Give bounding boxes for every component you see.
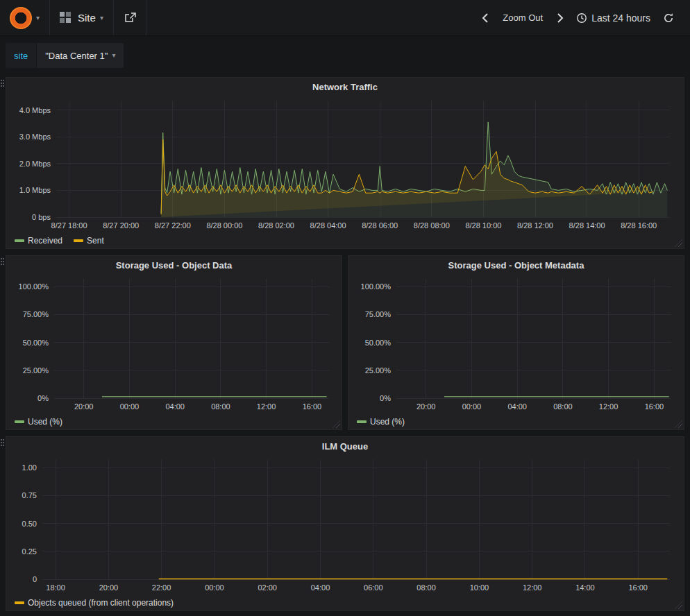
- y-axis-tick-label: 0%: [380, 394, 391, 402]
- time-shift-back-button[interactable]: [476, 0, 495, 36]
- x-axis-tick-label: 12:00: [256, 402, 276, 411]
- share-dashboard-button[interactable]: [114, 0, 146, 35]
- legend-series-label[interactable]: Sent: [87, 236, 104, 246]
- dashboard-submenu: site "Data Center 1" ▾: [0, 36, 690, 74]
- x-axis-tick-label: 22:00: [152, 583, 171, 592]
- variable-value-text: "Data Center 1": [45, 51, 108, 61]
- row-drag-handle[interactable]: [1, 439, 2, 440]
- x-axis-tick-label: 00:00: [119, 402, 139, 411]
- legend-series-label[interactable]: Objects queued (from client operations): [28, 598, 174, 608]
- x-axis-tick-label: 8/28 10:00: [465, 221, 501, 230]
- variable-name-label: site: [6, 43, 36, 68]
- x-axis-tick-label: 02:00: [258, 583, 277, 592]
- template-variable: site "Data Center 1" ▾: [6, 43, 124, 68]
- x-axis-tick-label: 16:00: [302, 402, 321, 411]
- x-axis-tick-label: 8/28 14:00: [569, 221, 605, 230]
- grafana-logo-icon: [10, 7, 32, 29]
- share-icon: [124, 12, 136, 24]
- panel-storage-object-data: Storage Used - Object Data 20:0000:0004:…: [6, 255, 342, 430]
- x-axis-tick-label: 20:00: [416, 402, 435, 411]
- caret-down-icon: ▾: [36, 15, 40, 22]
- legend-series-label[interactable]: Received: [28, 236, 62, 246]
- panel-network-traffic: Network Traffic 8/27 18:008/27 20:008/27…: [6, 77, 684, 249]
- time-range-picker-button[interactable]: Last 24 hours: [570, 0, 657, 36]
- x-axis-tick-label: 04:00: [165, 402, 185, 411]
- legend-series-label[interactable]: Used (%): [28, 417, 62, 427]
- refresh-button[interactable]: [657, 0, 680, 36]
- panel-title[interactable]: Storage Used - Object Metadata: [348, 256, 684, 275]
- dashboard-row: Network Traffic 8/27 18:008/27 20:008/27…: [6, 77, 684, 249]
- x-axis-tick-label: 16:00: [628, 583, 648, 592]
- x-axis-tick-label: 8/27 20:00: [103, 221, 139, 230]
- legend-swatch-icon: [15, 239, 24, 242]
- y-axis-tick-label: 50.00%: [364, 339, 391, 347]
- y-axis-tick-label: 75.00%: [22, 310, 49, 318]
- y-axis-tick-label: 1.0 Mbps: [19, 186, 51, 194]
- legend-item: Used (%): [357, 417, 405, 427]
- dashboard-row: Storage Used - Object Data 20:0000:0004:…: [6, 255, 684, 430]
- caret-down-icon: ▾: [100, 15, 103, 22]
- panel-ilm-queue: ILM Queue 18:0020:0022:0000:0002:0004:00…: [6, 436, 684, 611]
- y-axis-tick-label: 1.00: [22, 463, 37, 472]
- x-axis-tick-label: 8/28 06:00: [362, 221, 398, 230]
- x-axis-tick-label: 8/28 16:00: [621, 221, 657, 230]
- x-axis-tick-label: 8/28 02:00: [258, 221, 294, 230]
- x-axis-tick-label: 08:00: [416, 583, 436, 592]
- legend: Used (%): [6, 413, 342, 429]
- x-axis-tick-label: 06:00: [364, 583, 383, 592]
- storage-object-data-chart[interactable]: 20:0000:0004:0008:0012:0016:000%25.00%50…: [10, 275, 339, 413]
- y-axis-tick-label: 25.00%: [364, 366, 391, 375]
- x-axis-tick-label: 8/27 22:00: [155, 221, 191, 230]
- legend-series-label[interactable]: Used (%): [370, 417, 405, 427]
- x-axis-tick-label: 12:00: [523, 583, 542, 592]
- row-drag-handle[interactable]: [1, 258, 2, 259]
- x-axis-tick-label: 8/28 08:00: [414, 221, 450, 230]
- time-shift-forward-button[interactable]: [550, 0, 570, 36]
- x-axis-tick-label: 16:00: [644, 402, 664, 411]
- y-axis-tick-label: 0%: [37, 394, 49, 402]
- legend-item: Objects queued (from client operations): [15, 598, 174, 608]
- x-axis-tick-label: 12:00: [598, 402, 618, 411]
- panel-title[interactable]: Network Traffic: [6, 78, 684, 96]
- y-axis-tick-label: 0: [33, 575, 37, 583]
- legend-swatch-icon: [15, 420, 24, 423]
- top-navbar: ▾ Site ▾ Zoom Out: [0, 0, 690, 36]
- legend-item: Used (%): [15, 417, 62, 427]
- x-axis-tick-label: 20:00: [99, 583, 119, 592]
- storage-object-metadata-chart[interactable]: 20:0000:0004:0008:0012:0016:000%25.00%50…: [352, 275, 681, 413]
- y-axis-tick-label: 100.00%: [360, 282, 391, 291]
- x-axis-tick-label: 08:00: [211, 402, 230, 411]
- x-axis-tick-label: 00:00: [462, 402, 481, 411]
- row-drag-handle[interactable]: [1, 80, 2, 81]
- legend: Used (%): [348, 413, 684, 429]
- network-traffic-chart[interactable]: 8/27 18:008/27 20:008/27 22:008/28 00:00…: [10, 96, 680, 232]
- zoom-out-label: Zoom Out: [501, 12, 544, 23]
- variable-value-dropdown[interactable]: "Data Center 1" ▾: [36, 43, 124, 68]
- refresh-icon: [663, 12, 674, 24]
- legend-item: Received: [15, 236, 62, 246]
- x-axis-tick-label: 8/27 18:00: [51, 221, 87, 230]
- legend: Objects queued (from client operations): [6, 594, 684, 610]
- dashboard-picker-button[interactable]: Site ▾: [50, 0, 114, 35]
- x-axis-tick-label: 18:00: [46, 583, 65, 592]
- y-axis-tick-label: 0.75: [22, 491, 37, 499]
- panel-title[interactable]: ILM Queue: [6, 437, 684, 456]
- y-axis-tick-label: 100.00%: [18, 282, 49, 291]
- y-axis-tick-label: 2.0 Mbps: [19, 160, 51, 168]
- y-axis-tick-label: 25.00%: [22, 366, 49, 375]
- ilm-queue-chart[interactable]: 18:0020:0022:0000:0002:0004:0006:0008:00…: [10, 456, 680, 594]
- x-axis-tick-label: 00:00: [205, 583, 224, 592]
- grafana-menu-button[interactable]: ▾: [0, 0, 50, 35]
- dashboard-row: ILM Queue 18:0020:0022:0000:0002:0004:00…: [6, 436, 684, 611]
- x-axis-tick-label: 8/28 00:00: [206, 221, 242, 230]
- time-range-label: Last 24 hours: [591, 12, 650, 24]
- legend-item: Sent: [74, 236, 104, 246]
- chevron-left-icon: [482, 13, 489, 23]
- y-axis-tick-label: 3.0 Mbps: [19, 132, 51, 141]
- zoom-out-button[interactable]: Zoom Out: [495, 0, 550, 36]
- x-axis-tick-label: 20:00: [74, 402, 93, 411]
- panel-title[interactable]: Storage Used - Object Data: [6, 256, 342, 275]
- dashboard-grid: Network Traffic 8/27 18:008/27 20:008/27…: [0, 74, 690, 616]
- x-axis-tick-label: 08:00: [553, 402, 573, 411]
- navbar-right-group: Zoom Out Last 24 hours: [476, 0, 690, 35]
